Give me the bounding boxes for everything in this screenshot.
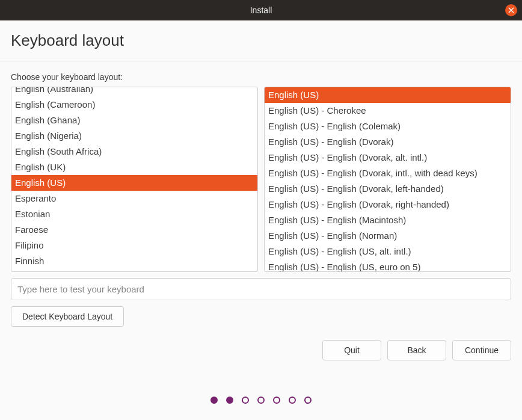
step-dot xyxy=(273,397,280,404)
variant-list-item[interactable]: English (US) - English (US, euro on 5) xyxy=(265,259,511,272)
layout-list-item[interactable]: English (Ghana) xyxy=(11,113,257,128)
step-dot xyxy=(242,397,249,404)
variant-list-item[interactable]: English (US) - English (Norman) xyxy=(265,228,511,244)
layout-list-item[interactable]: English (Cameroon) xyxy=(11,97,257,113)
variant-list-item[interactable]: English (US) - English (US, alt. intl.) xyxy=(265,244,511,259)
variant-list[interactable]: English (US)English (US) - CherokeeEngli… xyxy=(264,87,511,272)
variant-list-item[interactable]: English (US) - English (Dvorak) xyxy=(265,134,511,150)
variant-list-item[interactable]: English (US) - English (Dvorak, right-ha… xyxy=(265,197,511,212)
step-dot xyxy=(304,397,312,404)
detect-layout-button[interactable]: Detect Keyboard Layout xyxy=(11,306,124,327)
keyboard-test-input[interactable] xyxy=(11,278,511,300)
variant-list-item[interactable]: English (US) - English (Dvorak, left-han… xyxy=(265,181,511,197)
layout-list-item[interactable]: English (Nigeria) xyxy=(11,128,257,144)
window-title: Install xyxy=(250,5,272,15)
layout-list-item[interactable]: Filipino xyxy=(11,238,257,253)
step-dot xyxy=(289,397,296,404)
variant-list-item[interactable]: English (US) - English (Dvorak, intl., w… xyxy=(265,165,511,181)
step-dot xyxy=(257,397,265,404)
close-button[interactable] xyxy=(505,4,517,16)
back-button[interactable]: Back xyxy=(387,340,446,360)
layout-list-item[interactable]: Faroese xyxy=(11,222,257,238)
close-icon xyxy=(508,7,514,13)
variant-list-item[interactable]: English (US) - Cherokee xyxy=(265,103,511,119)
layout-list-item[interactable]: English (South Africa) xyxy=(11,144,257,159)
layout-list-item[interactable]: English (US) xyxy=(11,175,257,191)
step-dot xyxy=(226,397,233,404)
prompt-label: Choose your keyboard layout: xyxy=(11,72,511,82)
layout-list-item[interactable]: Esperanto xyxy=(11,191,257,206)
continue-button[interactable]: Continue xyxy=(452,340,511,360)
variant-list-item[interactable]: English (US) - English (Macintosh) xyxy=(265,212,511,228)
layout-list-item[interactable]: Estonian xyxy=(11,206,257,222)
layout-lists: English (Australian)English (Cameroon)En… xyxy=(11,87,511,272)
layout-list-item[interactable]: Finnish xyxy=(11,253,257,269)
layout-list[interactable]: English (Australian)English (Cameroon)En… xyxy=(11,87,258,272)
footer-buttons: Quit Back Continue xyxy=(11,340,511,360)
content-area: Keyboard layout Choose your keyboard lay… xyxy=(0,20,522,415)
layout-list-item[interactable]: English (Australian) xyxy=(11,87,257,97)
variant-list-item[interactable]: English (US) - English (Dvorak, alt. int… xyxy=(265,150,511,165)
divider xyxy=(0,61,522,61)
layout-list-item[interactable]: English (UK) xyxy=(11,159,257,175)
step-dot xyxy=(210,397,218,404)
quit-button[interactable]: Quit xyxy=(322,340,381,360)
layout-list-item[interactable]: French xyxy=(11,269,257,272)
page-title: Keyboard layout xyxy=(11,31,511,50)
step-indicator xyxy=(11,397,511,404)
variant-list-item[interactable]: English (US) - English (Colemak) xyxy=(265,119,511,134)
variant-list-item[interactable]: English (US) xyxy=(265,87,511,103)
titlebar: Install xyxy=(0,0,522,20)
